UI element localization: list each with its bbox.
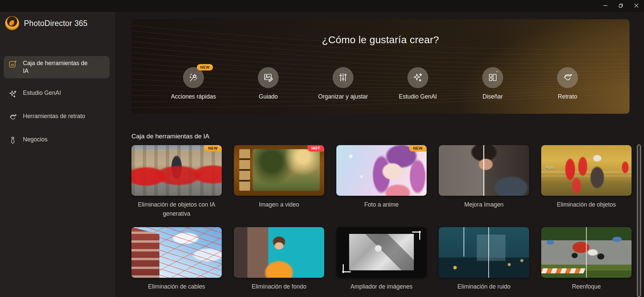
card-thumbnail [439,227,529,278]
card-image-enhance[interactable]: Mejora Imagen [439,145,529,218]
card-label: Reenfoque [541,282,632,291]
new-badge: NEW [197,64,213,71]
card-label: Mejora Imagen [439,200,529,209]
card-thumbnail: Auto [541,145,632,196]
card-image-to-video[interactable]: HOT Imagen a video [234,145,324,218]
action-portrait[interactable]: Retrato [557,67,578,100]
banner-heading: ¿Cómo le gustaría crear? [131,34,630,46]
card-thumbnail: HOT [234,145,324,196]
auto-overlay-label: Auto [545,165,554,170]
vertical-scrollbar-thumb[interactable] [637,144,641,297]
sidebar-item-label: Caja de herramientas de IA [23,59,92,75]
magic-wand-icon [188,72,199,84]
card-thumbnail [541,227,632,278]
titlebar [0,0,644,12]
card-refocus[interactable]: Reenfoque [541,227,632,291]
card-label: Foto a anime [336,200,427,209]
card-label: Eliminación de cables [131,282,222,291]
design-button[interactable] [482,67,503,88]
action-guided[interactable]: Guiado [257,67,279,100]
minimize-icon [603,3,608,9]
card-thumbnail [336,227,427,278]
card-object-removal[interactable]: Auto Eliminación de objetos [541,145,632,218]
sparkles-icon [8,89,17,98]
ai-toolbox-icon: AI [8,60,17,69]
genai-studio-button[interactable] [407,67,428,88]
action-label: Estudio GenAI [399,93,437,100]
sidebar-item-genai-studio[interactable]: Estudio GenAI [4,86,110,102]
close-button[interactable] [628,0,644,12]
close-icon [634,3,639,9]
ai-tools-grid: NEW Eliminación de objetos con IA genera… [131,145,632,291]
restore-button[interactable] [613,0,628,12]
sidebar-item-ai-toolbox[interactable]: AI Caja de herramientas de IA [4,56,110,78]
app-brand: PhotoDirector 365 [0,12,115,30]
section-title: Caja de herramientas de IA [131,133,209,140]
new-badge: NEW [204,145,222,152]
action-design[interactable]: Diseñar [482,67,503,100]
photodirector-logo-icon [5,16,19,30]
card-label: Eliminación de ruido [439,282,529,291]
sidebar-menu: AI Caja de herramientas de IA Estudio Ge… [0,56,115,148]
portrait-icon [562,72,573,84]
card-photo-to-anime[interactable]: NEW Foto a anime [336,145,427,218]
gen-ai-sparkles-icon [412,72,423,84]
action-label: Acciones rápidas [171,93,216,100]
sidebar-item-label: Herramientas de retrato [23,112,85,120]
card-noise-removal[interactable]: Eliminación de ruido [439,227,529,291]
action-label: Diseñar [483,93,503,100]
card-cable-removal[interactable]: Eliminación de cables [131,227,222,291]
sidebar-item-label: Negocios [23,136,48,143]
main-area: ¿Cómo le gustaría crear? NEW [115,12,644,297]
card-label: Imagen a video [234,200,324,209]
sidebar-item-business[interactable]: Negocios [4,132,110,148]
svg-text:AI: AI [11,63,14,66]
new-badge: NEW [409,145,427,152]
action-label: Retrato [558,93,577,100]
layout-icon [487,72,498,84]
business-tie-icon [8,136,17,145]
window-controls [597,0,644,12]
sidebar: PhotoDirector 365 AI Caja de herramienta… [0,12,115,297]
card-background-removal[interactable]: Eliminación de fondo [234,227,324,291]
card-label: Eliminación de objetos con IA generativa [131,200,222,218]
card-label: Eliminación de objetos [541,200,632,209]
card-generative-object-removal[interactable]: NEW Eliminación de objetos con IA genera… [131,145,222,218]
card-label: Eliminación de fondo [234,282,324,291]
adjust-sliders-icon [338,72,348,84]
action-label: Organizar y ajustar [318,93,368,100]
hot-badge: HOT [307,145,324,152]
minimize-button[interactable] [597,0,613,12]
portrait-button[interactable] [557,67,578,88]
card-thumbnail: NEW [131,145,222,196]
app-name: PhotoDirector 365 [24,19,88,28]
action-genai-studio[interactable]: Estudio GenAI [407,67,429,100]
action-label: Guiado [259,93,278,100]
create-banner: ¿Cómo le gustaría crear? NEW [131,19,630,114]
action-organize-adjust[interactable]: Organizar y ajustar [332,67,354,100]
card-thumbnail [131,227,222,278]
card-label: Ampliador de imágenes [336,282,427,291]
image-edit-icon [263,72,274,84]
organize-adjust-button[interactable] [333,67,354,88]
guided-button[interactable] [258,67,279,88]
restore-icon [619,3,623,9]
action-quick-actions[interactable]: NEW Acciones rápidas [183,67,204,100]
card-thumbnail [439,145,529,196]
sidebar-item-portrait-tools[interactable]: Herramientas de retrato [4,109,110,125]
portrait-icon [8,113,17,122]
card-image-upscaler[interactable]: Ampliador de imágenes [336,227,427,291]
card-thumbnail [234,227,324,278]
card-thumbnail: NEW [336,145,427,196]
sidebar-item-label: Estudio GenAI [23,89,61,97]
banner-actions: NEW Acciones rápidas Guiado [131,67,630,100]
